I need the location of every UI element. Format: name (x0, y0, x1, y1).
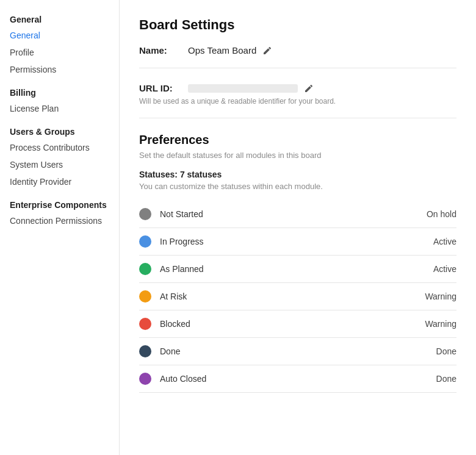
preferences-subtitle: Set the default statuses for all modules… (139, 151, 456, 160)
status-row: In ProgressActive (139, 228, 456, 256)
sidebar-item-identity-provider[interactable]: Identity Provider (0, 173, 119, 190)
sidebar-item-license-plan[interactable]: License Plan (0, 100, 119, 117)
status-left: Not Started (139, 208, 203, 220)
status-row: BlockedWarning (139, 310, 456, 338)
name-row: Name: Ops Team Board (139, 45, 456, 68)
status-badge: Warning (425, 319, 456, 329)
status-dot (139, 235, 151, 248)
statuses-hint: You can customize the statuses within ea… (139, 182, 456, 191)
status-badge: Done (436, 346, 456, 356)
sidebar-section-header: Billing (0, 83, 119, 100)
status-dot (139, 208, 151, 220)
status-name: Done (160, 346, 180, 356)
edit-name-button[interactable] (262, 46, 272, 56)
sidebar-section-header: Enterprise Components (0, 195, 119, 212)
sidebar-item-permissions[interactable]: Permissions (0, 61, 119, 78)
status-left: Blocked (139, 318, 190, 330)
status-left: As Planned (139, 263, 204, 275)
status-name: As Planned (160, 264, 204, 274)
status-name: Auto Closed (160, 374, 206, 384)
page-title: Board Settings (139, 17, 456, 33)
board-name-value: Ops Team Board (188, 45, 256, 56)
status-badge: On hold (427, 209, 456, 219)
sidebar-section-header: Users & Groups (0, 122, 119, 139)
url-hint: Will be used as a unique & readable iden… (139, 97, 456, 106)
url-top: URL ID: (139, 83, 456, 93)
sidebar-item-connection-permissions[interactable]: Connection Permissions (0, 212, 119, 229)
status-row: As PlannedActive (139, 256, 456, 283)
status-badge: Active (433, 264, 456, 274)
status-dot (139, 290, 151, 303)
preferences-title: Preferences (139, 133, 456, 147)
status-dot (139, 345, 151, 357)
status-row: DoneDone (139, 338, 456, 365)
status-badge: Active (433, 237, 456, 246)
status-dot (139, 318, 151, 330)
url-row: URL ID: Will be used as a unique & reada… (139, 71, 456, 118)
status-row: At RiskWarning (139, 283, 456, 310)
sidebar-item-system-users[interactable]: System Users (0, 156, 119, 173)
name-label: Name: (139, 45, 182, 56)
status-name: At Risk (160, 292, 187, 301)
status-name: Blocked (160, 319, 190, 329)
url-label: URL ID: (139, 83, 182, 93)
status-left: At Risk (139, 290, 187, 303)
url-blurred-value (188, 84, 298, 93)
sidebar-item-profile[interactable]: Profile (0, 44, 119, 61)
status-left: Done (139, 345, 180, 357)
status-row: Auto ClosedDone (139, 365, 456, 393)
status-name: In Progress (160, 237, 204, 246)
statuses-header: Statuses: 7 statuses (139, 170, 456, 179)
status-badge: Warning (425, 292, 456, 301)
status-list: Not StartedOn holdIn ProgressActiveAs Pl… (139, 201, 456, 393)
status-name: Not Started (160, 209, 203, 219)
status-left: In Progress (139, 235, 204, 248)
status-row: Not StartedOn hold (139, 201, 456, 228)
sidebar-item-process-contributors[interactable]: Process Contributors (0, 139, 119, 156)
sidebar-item-general[interactable]: General (0, 27, 119, 44)
status-left: Auto Closed (139, 373, 206, 385)
sidebar-section-header: General (0, 10, 119, 27)
status-dot (139, 373, 151, 385)
edit-url-button[interactable] (304, 84, 314, 93)
status-dot (139, 263, 151, 275)
main-content: Board Settings Name: Ops Team Board URL … (120, 0, 476, 455)
sidebar: GeneralGeneralProfilePermissionsBillingL… (0, 0, 120, 455)
status-badge: Done (436, 374, 456, 384)
